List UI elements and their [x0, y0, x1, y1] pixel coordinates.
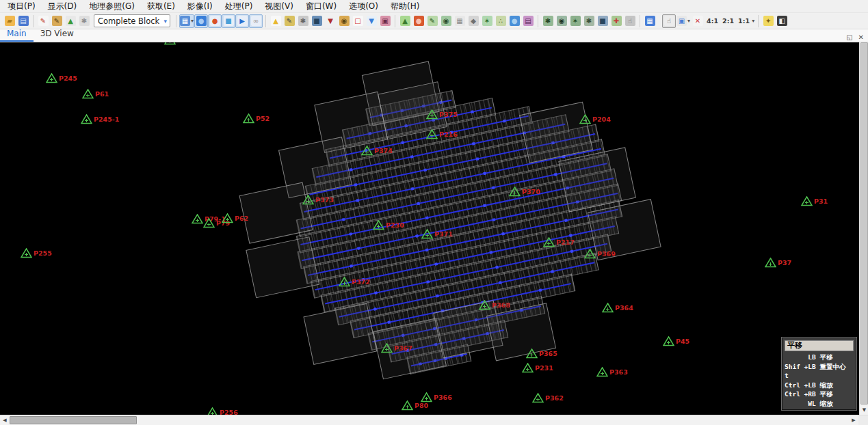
control-point[interactable]: P375 [426, 109, 438, 120]
control-point[interactable]: P79-1 [192, 214, 203, 224]
toolbar-button-mosaic-view[interactable]: ■ [596, 14, 609, 28]
toolbar-button-grid-table[interactable]: ▦ [453, 14, 466, 28]
toolbar-button-edit-image[interactable]: ✎ [50, 14, 64, 28]
toolbar-button-adjustment-flask[interactable]: ▼ [324, 14, 337, 28]
control-point[interactable]: P230 [373, 220, 384, 230]
toolbar-button-archive[interactable]: ▤ [521, 14, 535, 28]
toolbar-button-region-frame[interactable]: □ [351, 14, 365, 28]
menu-item-georeference[interactable]: 地理参照(G) [83, 0, 141, 12]
control-point[interactable]: P371 [421, 229, 433, 239]
toolbar-button-hand-tool-gray[interactable]: ☝ [623, 14, 637, 28]
menu-item-window[interactable]: 窗口(W) [300, 0, 343, 12]
control-point[interactable]: P374 [361, 146, 373, 156]
toolbar-button-model-sphere-blue[interactable]: ● [194, 14, 208, 28]
scroll-right-icon[interactable]: ▶ [849, 415, 858, 425]
toolbar-button-enhance[interactable]: ✶ [480, 14, 494, 28]
menu-item-display[interactable]: 显示(D) [42, 0, 83, 12]
menu-item-help[interactable]: 帮助(H) [384, 0, 425, 12]
vertical-scrollbar[interactable]: ▼ [859, 42, 868, 415]
control-point[interactable]: P216 [426, 129, 438, 139]
toolbar-button-aerotriangulation[interactable]: ✱ [296, 14, 310, 28]
control-point[interactable]: P61 [82, 89, 94, 99]
control-point[interactable]: P245 [46, 73, 57, 83]
control-point[interactable]: P62 [222, 213, 233, 223]
horizontal-scrollbar-thumb[interactable] [10, 416, 137, 424]
toolbar-button-gps-marker[interactable]: ▼ [365, 14, 378, 28]
toolbar-button-select-tool[interactable]: ▶ [235, 14, 249, 28]
toolbar-button-warning-triangle[interactable]: ▲ [269, 14, 282, 28]
toolbar-button-link-images[interactable]: ∞ [249, 14, 263, 28]
toolbar-button-exif-camera[interactable]: ▣ [378, 14, 392, 28]
control-point[interactable]: P229 [164, 42, 176, 45]
toolbar-button-export-report[interactable]: ▲ [64, 14, 77, 28]
control-point[interactable]: P79 [203, 218, 215, 228]
toolbar-button-zoom-window[interactable]: ▣▾ [676, 14, 691, 28]
control-point[interactable]: P37 [765, 258, 776, 268]
control-point[interactable]: P255 [21, 248, 32, 258]
control-point[interactable]: P245-1 [81, 114, 92, 124]
close-window-icon[interactable]: ✕ [858, 33, 864, 42]
toolbar-button-rebuild[interactable]: ✶ [568, 14, 582, 28]
toolbar-button-pan-hand[interactable]: ☝ [662, 14, 676, 28]
toolbar-button-quality-check[interactable]: ◉ [439, 14, 453, 28]
menu-item-acquire[interactable]: 获取(E) [141, 0, 181, 12]
toolbar-button-dem-extract[interactable]: ▲ [398, 14, 412, 28]
toolbar-button-render-key[interactable]: ✦ [761, 14, 775, 28]
control-point[interactable]: P367 [381, 343, 393, 353]
toolbar-button-full-extent[interactable]: ✕ [691, 14, 705, 28]
control-point[interactable]: P364 [602, 303, 614, 313]
toolbar-button-process-gear[interactable]: ✱ [582, 14, 596, 28]
toolbar-button-ortho-view[interactable]: ■ [222, 14, 235, 28]
control-point[interactable]: P370 [509, 187, 521, 197]
menu-item-process[interactable]: 处理(P) [219, 0, 259, 12]
toolbar-button-match-points[interactable]: ∴ [494, 14, 508, 28]
control-point[interactable]: P256 [207, 407, 218, 415]
control-point[interactable]: P362 [532, 393, 544, 403]
control-point[interactable]: P31 [801, 196, 813, 206]
toolbar-button-texture-ball[interactable]: ● [412, 14, 425, 28]
control-point[interactable]: P373 [302, 195, 314, 205]
vertical-scrollbar-thumb[interactable] [860, 42, 868, 405]
toolbar-button-stereo-view[interactable]: ◉ [337, 14, 351, 28]
toolbar-button-open-project[interactable]: ▰ [3, 14, 16, 28]
control-point[interactable]: P365 [526, 348, 538, 359]
restore-window-icon[interactable]: ◱ [846, 33, 852, 42]
scroll-down-icon[interactable]: ▼ [860, 405, 868, 415]
tab-main[interactable]: Main [0, 28, 34, 42]
scroll-left-icon[interactable]: ◀ [0, 415, 10, 425]
toolbar-button-ortho-gear[interactable]: ✱ [541, 14, 555, 28]
block-selector-combo[interactable]: Complete Block▾ [94, 14, 170, 27]
menu-item-options[interactable]: 选项(O) [343, 0, 384, 12]
control-point[interactable]: P80 [402, 400, 413, 411]
tab-3d-view[interactable]: 3D View [34, 28, 81, 42]
toolbar-button-tile-layout[interactable]: ▦ [643, 14, 657, 28]
control-point[interactable]: P217 [543, 237, 555, 247]
toolbar-button-seamline[interactable]: ✚ [609, 14, 623, 28]
control-point[interactable]: P366 [421, 392, 432, 402]
toolbar-button-model-sphere-red[interactable]: ● [208, 14, 222, 28]
control-point[interactable]: P372 [339, 277, 350, 287]
toolbar-button-zoom-1-1[interactable]: 1:1▾ [736, 14, 755, 28]
control-point[interactable]: P52 [243, 113, 254, 124]
toolbar-button-tie-points-grid[interactable]: ▦▾ [179, 14, 194, 28]
toolbar-button-stretch-contrast[interactable]: ◧ [775, 14, 789, 28]
control-point[interactable]: P369 [584, 249, 596, 259]
menu-item-project[interactable]: 项目(P) [1, 0, 42, 12]
toolbar-button-edit[interactable]: ✎ [36, 14, 50, 28]
map-viewport[interactable]: P229P245P61P245-1P52P375P204P216P374P370… [0, 42, 859, 415]
control-point[interactable]: P363 [596, 367, 608, 377]
horizontal-scrollbar[interactable]: ◀ ▶ [0, 415, 868, 425]
toolbar-button-dome-view[interactable]: ● [508, 14, 521, 28]
toolbar-button-camera-check[interactable]: ■ [310, 14, 324, 28]
control-point[interactable]: P45 [663, 336, 674, 346]
toolbar-button-vector-draw[interactable]: ✎ [425, 14, 439, 28]
toolbar-button-zoom-2-1[interactable]: 2:1 [720, 14, 736, 28]
toolbar-button-save[interactable]: ▤ [16, 14, 30, 28]
toolbar-button-preview-eye[interactable]: ◉ [555, 14, 568, 28]
toolbar-button-tile-cube[interactable]: ◆ [466, 14, 480, 28]
control-point[interactable]: P368 [479, 300, 490, 310]
control-point[interactable]: P231 [522, 363, 534, 373]
menu-item-view[interactable]: 视图(V) [259, 0, 300, 12]
toolbar-button-zoom-4-1[interactable]: 4:1 [705, 14, 720, 28]
control-point[interactable]: P204 [579, 114, 591, 124]
